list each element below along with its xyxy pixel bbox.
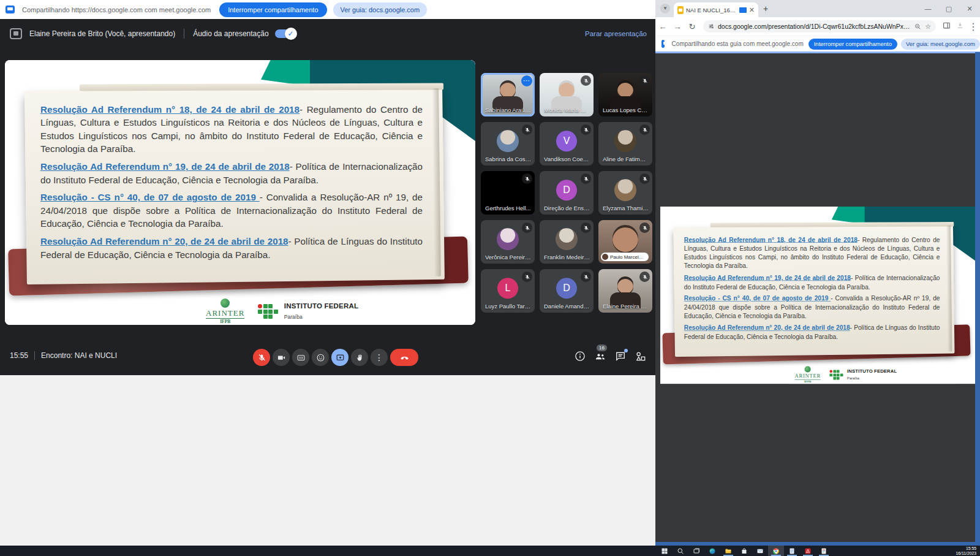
institute-title: INSTITUTO FEDERAL xyxy=(847,368,897,373)
participant-tile[interactable]: Sabrina da Costa... xyxy=(481,122,535,166)
end-call-button[interactable] xyxy=(390,349,418,366)
slide-paragraph: Resolução Ad Referendum n° 20, de 24 de … xyxy=(40,235,423,261)
participant-tile[interactable]: Verônica Pereira ... xyxy=(481,220,535,264)
zoom-icon[interactable] xyxy=(914,23,921,30)
taskbar-chrome-icon[interactable] xyxy=(768,546,784,556)
more-options-button[interactable]: ⋮ xyxy=(371,349,388,366)
presentation-icon xyxy=(10,28,22,39)
meet-presenter-bar: Elaine Pereira de Brito (Você, apresenta… xyxy=(0,25,655,43)
resolution-link[interactable]: Resolução - CS n° 40, de 07 de agosto de… xyxy=(684,295,831,302)
taskbar-acrobat-icon[interactable] xyxy=(800,546,816,556)
participant-tile[interactable]: VVandikson Coelh... xyxy=(540,122,594,166)
back-button[interactable]: ← xyxy=(655,22,670,31)
side-panel-icon[interactable] xyxy=(940,21,953,32)
present-button[interactable] xyxy=(331,349,349,366)
tile-options-icon[interactable]: ⋯ xyxy=(521,75,532,86)
avatar xyxy=(614,180,636,202)
captions-button[interactable] xyxy=(292,349,309,366)
taskbar-edge-icon[interactable] xyxy=(704,546,720,556)
chat-button[interactable] xyxy=(614,350,627,362)
mic-off-icon xyxy=(639,173,650,184)
arinter-subtitle: IFPB xyxy=(804,379,811,383)
close-button[interactable]: ✕ xyxy=(959,0,980,17)
taskbar-document-icon[interactable] xyxy=(816,546,832,556)
resolution-link[interactable]: Resolução Ad Referendum n° 19, de 24 de … xyxy=(684,275,851,281)
participant-tile[interactable]: Franklin Medeiro... xyxy=(540,220,594,264)
participant-tile[interactable]: Aline de Fatima ... xyxy=(598,122,652,166)
avatar xyxy=(602,254,608,260)
view-tab-button[interactable]: Ver guia: meet.google.com xyxy=(901,39,980,50)
camera-button[interactable] xyxy=(273,349,290,366)
arinter-logo: ARINTER IFPB xyxy=(206,299,244,324)
globe-icon xyxy=(805,366,811,372)
resolution-link[interactable]: Resolução Ad Referendum n° 18, de 24 de … xyxy=(40,104,300,115)
participant-name: Elaine Pereira de... xyxy=(603,303,649,310)
slide-text-block: Resolução Ad Referendum n° 18, de 24 de … xyxy=(40,103,423,265)
participants-button[interactable]: 16 xyxy=(594,350,606,362)
reload-button[interactable]: ↻ xyxy=(685,22,699,31)
arinter-wordmark: ARINTER xyxy=(795,373,821,379)
participant-name: Monica Maria Mo... xyxy=(544,107,590,113)
participant-tile[interactable]: DDaniele Amanda ... xyxy=(540,269,594,313)
new-tab-button[interactable]: + xyxy=(763,4,768,13)
mic-off-icon xyxy=(581,223,591,233)
tab-slides[interactable]: NAI E NUCLI_16/11/2023.p... ✕ xyxy=(674,2,758,17)
forward-button[interactable]: → xyxy=(670,22,685,31)
participant-name: Sabiniano Araújo... xyxy=(485,107,531,113)
presentation-audio-toggle[interactable]: ✓ xyxy=(275,29,296,38)
participant-tile[interactable]: Elyzama Thamiry... xyxy=(598,171,652,215)
participant-tile[interactable]: Lucas Lopes Cos... xyxy=(598,73,652,116)
participant-tile[interactable]: LLuyz Paullo Targi... xyxy=(481,269,535,313)
resolution-link[interactable]: Resolução Ad Referendum n° 18, de 24 de … xyxy=(684,236,858,243)
participant-tile[interactable]: DDireção de Ensin... xyxy=(540,171,594,215)
slide-paragraph: Resolução - CS n° 40, de 07 de agosto de… xyxy=(40,191,423,230)
resolution-link[interactable]: Resolução Ad Referendum n° 19, de 24 de … xyxy=(40,161,290,172)
participant-tile[interactable]: Paulo Marcelo... xyxy=(598,220,652,264)
participant-tile[interactable]: Elaine Pereira de... xyxy=(598,269,652,313)
resolution-link[interactable]: Resolução - CS n° 40, de 07 de agosto de… xyxy=(40,192,260,202)
taskbar-start-icon[interactable] xyxy=(657,546,673,556)
slide-paragraph: Resolução Ad Referendum n° 19, de 24 de … xyxy=(684,273,940,291)
bookmark-star-icon[interactable]: ☆ xyxy=(925,23,931,31)
avatar xyxy=(556,229,578,251)
info-button[interactable] xyxy=(574,350,586,362)
taskbar-taskview-icon[interactable] xyxy=(688,546,704,556)
stop-presenting-link[interactable]: Parar apresentação xyxy=(585,25,647,43)
slide-footer-logos: ARINTER IFPB INSTITUTO FEDERAL Paraíba xyxy=(196,298,448,325)
stop-sharing-button[interactable]: Interromper compartilhamento xyxy=(809,39,897,50)
url-text[interactable]: docs.google.com/presentation/d/1Di-Cqwr6… xyxy=(718,23,911,30)
stop-sharing-button[interactable]: Interromper compartilhamento xyxy=(219,2,326,17)
mic-off-icon xyxy=(639,124,650,135)
downloads-icon[interactable] xyxy=(953,21,967,32)
mic-off-button[interactable] xyxy=(253,349,270,366)
resolution-link[interactable]: Resolução Ad Referendum n° 20, de 24 de … xyxy=(40,236,288,246)
minimize-button[interactable]: — xyxy=(918,0,938,17)
maximize-button[interactable]: ▢ xyxy=(938,0,959,17)
raise-hand-button[interactable] xyxy=(351,349,368,366)
mic-off-icon xyxy=(581,272,591,282)
taskbar-store-icon[interactable] xyxy=(736,546,752,556)
ifpb-logo xyxy=(258,304,278,319)
activities-button[interactable] xyxy=(635,350,647,362)
taskbar-search-icon[interactable] xyxy=(673,546,688,556)
mic-off-icon xyxy=(639,272,650,282)
taskbar-icons xyxy=(657,546,832,556)
resolution-link[interactable]: Resolução Ad Referendum n° 20, de 24 de … xyxy=(684,324,850,331)
taskbar-explorer-icon[interactable] xyxy=(720,546,736,556)
participant-tile[interactable]: Monica Maria Mo... xyxy=(540,73,594,116)
participant-tile[interactable]: Sabiniano Araújo...⋯ xyxy=(481,73,535,116)
site-info-icon[interactable] xyxy=(708,23,714,29)
slide-text-block: Resolução Ad Referendum n° 18, de 24 de … xyxy=(684,235,940,345)
taskbar-mail-icon[interactable] xyxy=(752,546,768,556)
tab-close-icon[interactable]: ✕ xyxy=(749,6,755,14)
chrome-menu-icon[interactable]: ⋮ xyxy=(967,21,980,32)
google-slides-icon xyxy=(677,6,684,14)
participant-tile[interactable]: Gerthrudes Hell... xyxy=(481,171,535,215)
reactions-button[interactable] xyxy=(312,349,329,366)
address-bar[interactable]: docs.google.com/presentation/d/1Di-Cqwr6… xyxy=(703,20,936,32)
taskbar-notepad-icon[interactable] xyxy=(784,546,800,556)
view-tab-button[interactable]: Ver guia: docs.google.com xyxy=(333,2,428,17)
tab-search-button[interactable]: ▾ xyxy=(660,4,670,13)
institute-campus: Paraíba xyxy=(284,314,303,320)
taskbar-clock[interactable]: 15:55 16/11/2023 xyxy=(956,546,976,556)
